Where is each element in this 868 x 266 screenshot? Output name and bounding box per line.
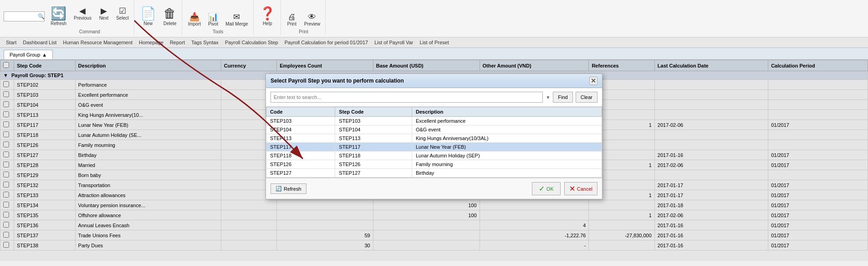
dialog-row-step-code: STEP127	[335, 169, 412, 177]
dialog-table-row[interactable]: STEP113 STEP113 King Hungs Anniversary(1…	[266, 134, 602, 143]
delete-label: Delete	[163, 21, 177, 26]
select-label: Select	[116, 16, 129, 21]
help-button[interactable]: ❓ Help	[256, 5, 279, 28]
tools-buttons: 📥 Import 📊 Pivot ✉ Mail Merge	[185, 11, 251, 28]
dialog-row-code: STEP113	[266, 134, 335, 143]
new-button[interactable]: 📄 New	[137, 5, 159, 28]
dialog-row-step-code: STEP118	[335, 151, 412, 160]
nav-start[interactable]: Start	[4, 39, 19, 46]
payroll-group-tab[interactable]: Payroll Group ▲	[4, 50, 53, 59]
tabbar: Payroll Group ▲	[0, 48, 868, 60]
command-buttons: 🔄 Refresh ◀ Previous ▶ Next ☑ Select	[47, 5, 132, 28]
search-input[interactable]	[6, 14, 38, 19]
dialog-refresh-button[interactable]: 🔄 Refresh	[271, 183, 306, 194]
dialog-table-row[interactable]: STEP117 STEP117 Lunar New Year (FEB)	[266, 143, 602, 151]
dialog-row-code: STEP126	[266, 160, 335, 169]
dialog-row-step-code: STEP117	[335, 143, 412, 151]
dialog-col-step-code: Step Code	[335, 107, 412, 117]
dialog-row-desc: Birthday	[412, 169, 602, 177]
new-icon: 📄	[140, 7, 156, 20]
refresh-button[interactable]: 🔄 Refresh	[47, 5, 70, 28]
import-label: Import	[188, 21, 201, 26]
dialog-col-code: Code	[266, 107, 335, 117]
dialog-col-description: Description	[412, 107, 602, 117]
print-button[interactable]: 🖨 Print	[284, 11, 300, 28]
next-icon: ▶	[101, 7, 107, 15]
pivot-label: Pivot	[208, 21, 218, 26]
mail-merge-icon: ✉	[233, 13, 240, 21]
dialog-row-step-code: STEP103	[335, 117, 412, 125]
refresh-icon: 🔄	[51, 7, 66, 20]
print-label: Print	[287, 21, 296, 26]
nav-tags[interactable]: Tags Syntax	[189, 39, 221, 46]
previous-button[interactable]: ◀ Previous	[71, 5, 95, 28]
search-box[interactable]: 🔍	[4, 11, 45, 21]
nav-report[interactable]: Report	[168, 39, 187, 46]
edit-group-label	[158, 29, 159, 34]
dropdown-icon: ▼	[546, 95, 550, 100]
dialog-ok-button[interactable]: ✓ OK	[532, 182, 561, 195]
next-label: Next	[99, 16, 109, 21]
dialog-table-header: Code Step Code Description	[266, 107, 602, 117]
dialog-clear-button[interactable]: Clear	[576, 92, 597, 103]
dialog-search-input[interactable]	[271, 92, 543, 103]
delete-icon: 🗑	[163, 7, 176, 20]
dialog-row-code: STEP117	[266, 143, 335, 151]
dialog-table-container: Code Step Code Description STEP103 STEP1…	[266, 107, 602, 178]
command-group-label: Command	[79, 29, 100, 34]
preview-button[interactable]: 👁 Preview	[301, 11, 324, 28]
dialog-table-row[interactable]: STEP104 STEP104 O&G event	[266, 125, 602, 134]
new-label: New	[143, 21, 153, 26]
mail-merge-label: Mail Merge	[225, 21, 248, 26]
pivot-button[interactable]: 📊 Pivot	[205, 11, 221, 28]
dialog-close-button[interactable]: ✕	[589, 77, 597, 85]
dialog-table-row[interactable]: STEP127 STEP127 Birthday	[266, 169, 602, 177]
dialog-footer: 🔄 Refresh ✓ OK ✕ Cancel	[266, 178, 602, 199]
dialog-row-step-code: STEP104	[335, 125, 412, 134]
print-buttons: 🖨 Print 👁 Preview	[284, 11, 324, 28]
nav-preset[interactable]: List of Preset	[418, 39, 451, 46]
dialog-table-row[interactable]: STEP126 STEP126 Family mourning	[266, 160, 602, 169]
dialog-refresh-icon: 🔄	[276, 186, 282, 192]
dialog-row-desc: O&G event	[412, 125, 602, 134]
print-group-label: Print	[299, 29, 308, 34]
toolbar: 🔍 🔄 Refresh ◀ Previous ▶ Next ☑ Select C…	[0, 0, 868, 37]
import-icon: 📥	[189, 13, 199, 21]
dialog-row-step-code: STEP113	[335, 134, 412, 143]
dialog-row-code: STEP104	[266, 125, 335, 134]
tools-group-label: Tools	[213, 29, 223, 34]
dialog-search-bar: ▼ Find Clear	[266, 88, 602, 107]
dialog-table-row[interactable]: STEP103 STEP103 Excellent performance	[266, 117, 602, 125]
dialog-row-code: STEP103	[266, 117, 335, 125]
delete-button[interactable]: 🗑 Delete	[160, 5, 180, 28]
select-button[interactable]: ☑ Select	[113, 5, 132, 28]
dialog-row-desc: Lunar New Year (FEB)	[412, 143, 602, 151]
nav-payroll-var[interactable]: List of Payroll Var	[372, 39, 415, 46]
previous-label: Previous	[74, 16, 92, 21]
nav-payroll-step[interactable]: Payroll Calculation Step	[223, 39, 281, 46]
import-button[interactable]: 📥 Import	[185, 11, 204, 28]
select-icon: ☑	[119, 7, 126, 15]
help-icon: ❓	[260, 7, 276, 20]
next-button[interactable]: ▶ Next	[96, 5, 112, 28]
mail-merge-button[interactable]: ✉ Mail Merge	[222, 11, 251, 28]
nav-dashboard[interactable]: Dashboard List	[20, 39, 59, 46]
toolbar-help-group: ❓ Help	[255, 0, 281, 35]
nav-payroll-period[interactable]: Payroll Calculation for period 01/2017	[282, 39, 370, 46]
cancel-x-icon: ✕	[569, 184, 575, 193]
nav-hr[interactable]: Human Resource Management	[61, 39, 135, 46]
dialog-row-desc: Excellent performance	[412, 117, 602, 125]
toolbar-command-group: 🔄 Refresh ◀ Previous ▶ Next ☑ Select Com…	[46, 0, 134, 35]
pivot-icon: 📊	[208, 13, 218, 21]
dialog-row-desc: Lunar Autumn Holiday (SEP)	[412, 151, 602, 160]
toolbar-edit-group: 📄 New 🗑 Delete	[135, 0, 182, 35]
dialog-find-button[interactable]: Find	[553, 92, 572, 103]
dialog-refresh-label: Refresh	[284, 186, 301, 192]
help-label: Help	[263, 21, 272, 26]
dialog-title-bar: Select Payroll Step you want to perform …	[266, 74, 602, 88]
dialog-cancel-button[interactable]: ✕ Cancel	[564, 182, 597, 195]
nav-homepage[interactable]: Homepage	[137, 39, 166, 46]
ok-check-icon: ✓	[539, 184, 545, 193]
dialog-table-row[interactable]: STEP118 STEP118 Lunar Autumn Holiday (SE…	[266, 151, 602, 160]
navbar: Start Dashboard List Human Resource Mana…	[0, 37, 868, 48]
